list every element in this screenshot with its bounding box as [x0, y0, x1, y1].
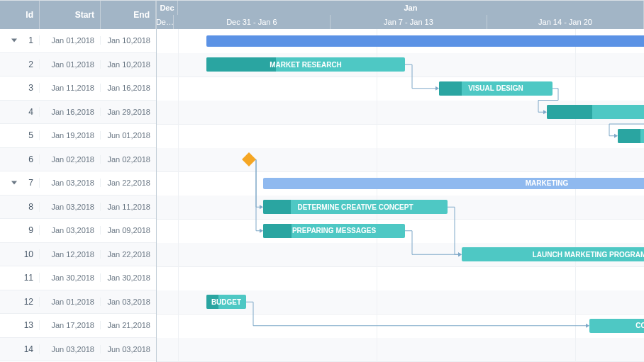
table-row[interactable]: 12Jan 01,2018Jan 03,2018: [0, 290, 156, 315]
bar-label: MARKETING: [526, 179, 569, 187]
task-start: Jan 16,2018: [40, 108, 101, 116]
table-row[interactable]: 10Jan 12,2018Jan 22,2018: [0, 243, 156, 267]
task-start: Jan 11,2018: [40, 84, 101, 92]
col-header-end[interactable]: End: [101, 1, 156, 29]
task-start: Jan 01,2018: [40, 36, 101, 45]
grid-body: 1Jan 01,2018Jan 10,20182Jan 01,2018Jan 1…: [0, 29, 156, 362]
task-id: 4: [0, 107, 40, 117]
task-id: 10: [0, 249, 40, 259]
task-id: 13: [0, 320, 40, 330]
task-start: Jan 03,2018: [40, 226, 101, 234]
bar-label: MARKET RESEARCH: [270, 61, 342, 69]
task-start: Jan 01,2018: [40, 60, 101, 69]
task-end: Jan 22,2018: [101, 179, 156, 187]
task-id: 5: [0, 130, 40, 140]
bar-label: LAUNCH MARKETING PROGRAM: [533, 251, 644, 259]
table-row[interactable]: 5Jan 19,2018Jun 01,2018: [0, 124, 156, 148]
gantt-bar[interactable]: VISUAL DESIGN: [439, 81, 553, 96]
table-row[interactable]: 9Jan 03,2018Jan 09,2018: [0, 219, 156, 243]
task-id: 1: [0, 35, 40, 45]
table-row[interactable]: 14Jun 03,2018Jun 03,2018: [0, 338, 156, 362]
chevron-down-icon[interactable]: [11, 181, 17, 185]
task-start: Jan 17,2018: [40, 321, 101, 329]
task-end: Jan 22,2018: [101, 250, 156, 259]
table-row[interactable]: 11Jan 30,2018Jan 30,2018: [0, 266, 156, 290]
bar-label: CONFORMING: [635, 322, 644, 329]
task-start: Jan 01,2018: [40, 298, 101, 306]
month-header: Jan: [178, 1, 644, 15]
task-grid: Id Start End 1Jan 01,2018Jan 10,20182Jan…: [0, 1, 157, 362]
table-row[interactable]: 13Jan 17,2018Jan 21,2018: [0, 314, 156, 338]
gantt-chart: Id Start End 1Jan 01,2018Jan 10,20182Jan…: [0, 0, 644, 362]
task-end: Jan 09,2018: [101, 226, 156, 234]
task-end: Jan 10,2018: [101, 36, 156, 45]
task-id: 11: [0, 273, 40, 283]
gantt-bar[interactable]: MARKET RESEARCH: [206, 57, 405, 72]
task-end: Jan 30,2018: [101, 273, 156, 282]
table-row[interactable]: 8Jan 03,2018Jan 11,2018: [0, 196, 156, 220]
task-end: Jun 03,2018: [101, 345, 156, 353]
table-row[interactable]: 3Jan 11,2018Jan 16,2018: [0, 77, 156, 101]
task-start: Jun 03,2018: [40, 345, 101, 353]
col-header-start[interactable]: Start: [40, 1, 101, 29]
task-end: Jan 11,2018: [101, 203, 156, 211]
task-end: Jan 21,2018: [101, 321, 156, 329]
timeline-header: DecJan De…Dec 31 - Jan 6Jan 7 - Jan 13Ja…: [157, 1, 644, 29]
gantt-bar[interactable]: DETERMINE CREATIVE CONCEPT: [263, 200, 448, 214]
task-end: Jan 10,2018: [101, 60, 156, 69]
task-end: Jun 01,2018: [101, 131, 156, 140]
bar-label: DETERMINE CREATIVE CONCEPT: [297, 203, 413, 211]
task-start: Jan 19,2018: [40, 131, 101, 140]
bar-label: VISUAL DESIGN: [468, 84, 523, 92]
task-start: Jan 02,2018: [40, 155, 101, 164]
task-end: Jan 03,2018: [101, 298, 156, 306]
week-header: Dec 31 - Jan 6: [174, 15, 331, 29]
gantt-bar[interactable]: [618, 129, 644, 143]
chevron-down-icon[interactable]: [11, 39, 17, 43]
milestone-icon[interactable]: [242, 152, 256, 166]
gantt-bar[interactable]: LAUNCH MARKETING PROGRAM: [462, 247, 644, 261]
task-id: 8: [0, 202, 40, 212]
col-header-id[interactable]: Id: [0, 1, 40, 29]
gantt-bar[interactable]: BUDGET: [206, 295, 246, 309]
task-id: 6: [0, 154, 40, 164]
task-id: 2: [0, 60, 40, 69]
task-id: 9: [0, 225, 40, 235]
task-start: Jan 30,2018: [40, 273, 101, 282]
task-id: 12: [0, 297, 40, 307]
week-header: De…: [157, 15, 174, 29]
task-id: 7: [0, 178, 40, 188]
bar-label: BUDGET: [211, 298, 241, 306]
gantt-bar[interactable]: [206, 35, 644, 47]
task-start: Jan 03,2018: [40, 203, 101, 211]
task-end: Jan 02,2018: [101, 155, 156, 164]
gantt-bar[interactable]: [547, 105, 644, 119]
gantt-bar[interactable]: MARKETING: [263, 178, 644, 189]
week-header: Jan 7 - Jan 13: [331, 15, 487, 29]
table-row[interactable]: 2Jan 01,2018Jan 10,2018: [0, 53, 156, 77]
task-start: Jan 12,2018: [40, 250, 101, 259]
task-id: 14: [0, 344, 40, 354]
month-header: Dec: [157, 1, 178, 15]
task-id: 3: [0, 83, 40, 93]
grid-header: Id Start End: [0, 1, 156, 29]
table-row[interactable]: 6Jan 02,2018Jan 02,2018: [0, 148, 156, 172]
gantt-bar[interactable]: CONFORMING: [589, 319, 644, 333]
table-row[interactable]: 4Jan 16,2018Jan 29,2018: [0, 101, 156, 125]
task-end: Jan 16,2018: [101, 84, 156, 92]
gantt-bar[interactable]: PREPARING MESSAGES: [263, 224, 405, 238]
task-end: Jan 29,2018: [101, 108, 156, 116]
task-start: Jan 03,2018: [40, 179, 101, 187]
bar-label: PREPARING MESSAGES: [292, 227, 376, 234]
timeline[interactable]: DecJan De…Dec 31 - Jan 6Jan 7 - Jan 13Ja…: [157, 1, 644, 362]
week-header: Jan 14 - Jan 20: [487, 15, 644, 29]
timeline-body[interactable]: MARKET RESEARCHVISUAL DESIGNMARKETINGDET…: [157, 29, 644, 362]
table-row[interactable]: 7Jan 03,2018Jan 22,2018: [0, 171, 156, 196]
table-row[interactable]: 1Jan 01,2018Jan 10,2018: [0, 29, 156, 53]
